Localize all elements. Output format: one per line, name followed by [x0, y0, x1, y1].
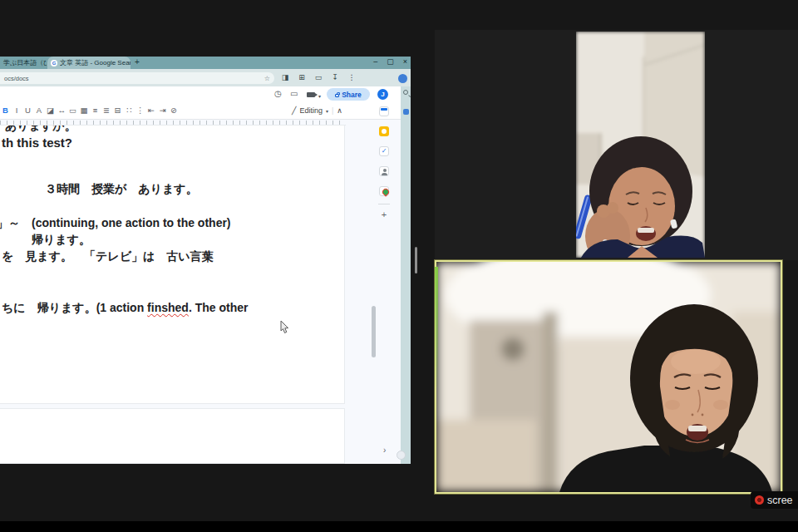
- downloads-icon[interactable]: ↧: [331, 73, 339, 81]
- text-color-icon[interactable]: A: [36, 106, 43, 115]
- document-page-2[interactable]: [0, 408, 345, 464]
- bullet-list-icon[interactable]: ∷: [126, 106, 133, 115]
- google-favicon-icon: G: [51, 60, 57, 66]
- italic-icon[interactable]: I: [13, 106, 21, 115]
- menu-icon[interactable]: ⋮: [347, 73, 356, 81]
- bookmark-star-icon[interactable]: ☆: [264, 75, 270, 82]
- active-speaker-highlight: [435, 267, 438, 392]
- maps-icon[interactable]: [379, 186, 389, 196]
- version-history-icon[interactable]: ◷: [274, 90, 282, 98]
- url-text: ocs/docs: [4, 75, 29, 82]
- browser-tab-bar: 学ぶ日本語（ひらが × G 文章 英語 - Google Search × + …: [0, 57, 411, 69]
- image-icon[interactable]: ▦: [81, 106, 88, 115]
- indent-increase-icon[interactable]: ⇥: [159, 106, 166, 115]
- lock-icon: [335, 94, 339, 97]
- doc-text-line: 帰ります。: [32, 233, 91, 248]
- keep-icon[interactable]: [379, 126, 389, 136]
- next-page-arrow[interactable]: ›: [383, 446, 386, 455]
- bold-icon[interactable]: B: [2, 106, 9, 115]
- google-docs-app: ◷ ▭ ▾ Share J BIUA◪↔▭▦≡≣⊟∷⋮⇤⇥⊘ ╱ Editing…: [0, 86, 411, 464]
- underline-icon[interactable]: U: [24, 106, 32, 115]
- side-panel-icon[interactable]: ◨: [281, 73, 289, 81]
- doc-text-line: を 見ます。 「テレビ」は 古い言葉: [2, 249, 214, 264]
- panel-resize-handle[interactable]: [415, 247, 417, 273]
- docs-header: ◷ ▭ ▾ Share J: [0, 86, 401, 103]
- numbered-list-icon[interactable]: ⋮: [136, 106, 144, 115]
- active-speaker-camera-feed: [436, 262, 781, 492]
- shared-browser-window: 学ぶ日本語（ひらが × G 文章 英語 - Google Search × + …: [0, 57, 411, 464]
- window-controls: – ▢ ×: [373, 57, 407, 66]
- explore-icon[interactable]: [397, 451, 406, 460]
- watermark-label: scree: [767, 495, 793, 506]
- indent-decrease-icon[interactable]: ⇤: [148, 106, 155, 115]
- doc-text-line: 」～ (continuing, one action to the other): [0, 216, 231, 231]
- record-icon: [755, 495, 764, 505]
- tab-title: 文章 英語 - Google Search: [60, 58, 131, 67]
- line-spacing-icon[interactable]: ≣: [103, 106, 111, 115]
- document-page-1[interactable]: ありますか。 th this test? ３時間 授業が あります。 」～ (c…: [0, 125, 345, 404]
- highlight-icon[interactable]: ◪: [47, 106, 54, 115]
- browser-profile-avatar[interactable]: [398, 74, 407, 83]
- meet-video-icon[interactable]: [307, 92, 315, 97]
- tasks-icon[interactable]: ✓: [379, 146, 389, 156]
- tab-title: 学ぶ日本語（ひらが: [3, 58, 47, 67]
- doc-text-line: ３時間 授業が あります。: [45, 182, 198, 197]
- comments-icon[interactable]: ▭: [290, 90, 298, 98]
- participant-camera-feed: [576, 32, 705, 258]
- comment-icon[interactable]: ▭: [69, 106, 76, 115]
- screen-recorder-watermark: scree: [751, 491, 798, 509]
- close-window-button[interactable]: ×: [403, 57, 407, 66]
- docs-toolbar: BIUA◪↔▭▦≡≣⊟∷⋮⇤⇥⊘ ╱ Editing ▾ | ∧: [0, 103, 401, 120]
- doc-text-line: ありますか。: [5, 125, 76, 134]
- misspelled-word: finshed: [147, 301, 189, 314]
- maximize-button[interactable]: ▢: [387, 57, 394, 66]
- browser-tab-google-search[interactable]: G 文章 英語 - Google Search ×: [47, 57, 131, 69]
- participant-video-cell[interactable]: [435, 30, 798, 260]
- get-addons-icon[interactable]: +: [379, 209, 389, 219]
- active-speaker-video-cell[interactable]: [435, 260, 782, 494]
- clear-format-icon[interactable]: ⊘: [170, 106, 178, 115]
- mode-caret-icon: ▾: [326, 108, 328, 114]
- browser-tab-japanese-doc[interactable]: 学ぶ日本語（ひらが ×: [0, 57, 47, 69]
- meet-caret-icon[interactable]: ▾: [318, 92, 321, 101]
- formatting-icons: BIUA◪↔▭▦≡≣⊟∷⋮⇤⇥⊘: [2, 106, 178, 115]
- extensions-icon[interactable]: ⊞: [298, 73, 306, 81]
- contacts-icon[interactable]: [379, 166, 389, 176]
- align-icon[interactable]: ≡: [91, 106, 99, 115]
- doc-text-line: th this test?: [2, 135, 72, 150]
- mouse-cursor: [280, 321, 290, 334]
- cast-icon[interactable]: ▭: [314, 73, 323, 81]
- link-icon[interactable]: ↔: [58, 106, 66, 115]
- share-button[interactable]: Share: [327, 88, 370, 101]
- search-icon[interactable]: [403, 90, 408, 95]
- side-panel-divider: [378, 204, 390, 204]
- minimize-button[interactable]: –: [373, 57, 377, 66]
- pencil-icon: ╱: [292, 106, 296, 115]
- account-avatar[interactable]: J: [377, 89, 388, 100]
- doc-text-line: ちに 帰ります。(1 action finshed. The other: [2, 301, 248, 316]
- calendar-icon[interactable]: [379, 106, 389, 116]
- side-panel-toggle-icon[interactable]: [403, 109, 409, 115]
- new-tab-button[interactable]: +: [135, 57, 140, 66]
- browser-action-icons: ◨⊞▭↧⋮: [281, 73, 356, 81]
- hide-menus-icon[interactable]: ∧: [337, 106, 342, 115]
- address-bar[interactable]: ocs/docs ☆: [0, 72, 274, 84]
- letterbox-bar: [0, 521, 798, 532]
- browser-scrollbar-track[interactable]: [401, 86, 411, 464]
- editing-mode-button[interactable]: ╱ Editing ▾ | ∧: [292, 106, 342, 115]
- zoom-meeting-window: 学ぶ日本語（ひらが × G 文章 英語 - Google Search × + …: [0, 0, 798, 532]
- browser-toolbar: ocs/docs ☆ ◨⊞▭↧⋮: [0, 69, 411, 86]
- document-scrollbar-thumb[interactable]: [372, 306, 376, 357]
- checklist-icon[interactable]: ⊟: [114, 106, 121, 115]
